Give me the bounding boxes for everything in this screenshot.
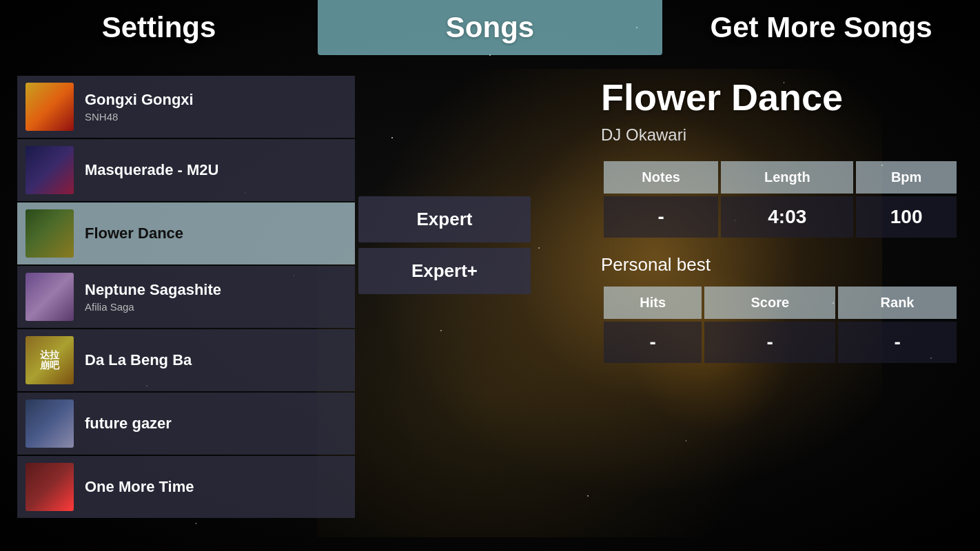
detail-song-title: Flower Dance	[601, 76, 959, 118]
list-item[interactable]: Gongxi Gongxi SNH48	[17, 76, 355, 138]
pb-header-score: Score	[704, 287, 835, 319]
stats-header-notes: Notes	[604, 161, 718, 194]
stats-table: Notes Length Bpm - 4:03 100	[601, 158, 959, 240]
stats-value-length: 4:03	[721, 196, 853, 238]
song-info: Da La Beng Ba	[85, 351, 192, 369]
song-thumbnail	[25, 273, 74, 321]
settings-nav[interactable]: Settings	[0, 0, 318, 55]
detail-artist: DJ Okawari	[601, 125, 959, 145]
song-title: One More Time	[85, 478, 194, 496]
song-thumbnail	[25, 146, 74, 194]
song-title: Flower Dance	[85, 225, 183, 242]
stats-value-bpm: 100	[856, 196, 957, 238]
song-thumbnail	[25, 399, 74, 448]
list-item[interactable]: Masquerade - M2U	[17, 139, 355, 201]
difficulty-panel: Expert Expert+	[358, 196, 531, 294]
settings-label: Settings	[102, 11, 216, 44]
list-item[interactable]: One More Time	[17, 456, 355, 518]
songs-nav[interactable]: Songs	[318, 0, 662, 55]
song-title: Gongxi Gongxi	[85, 91, 194, 109]
song-title: Neptune Sagashite	[85, 281, 221, 299]
song-thumbnail	[25, 209, 74, 258]
song-info: Neptune Sagashite Afilia Saga	[85, 281, 221, 313]
song-thumbnail	[25, 463, 74, 511]
stats-header-length: Length	[721, 161, 853, 194]
pb-value-rank: -	[838, 322, 957, 363]
detail-panel: Flower Dance DJ Okawari Notes Length Bpm…	[601, 76, 959, 366]
list-item[interactable]: 达拉崩吧 Da La Beng Ba	[17, 329, 355, 391]
list-item[interactable]: future gazer	[17, 393, 355, 455]
pb-header-hits: Hits	[604, 287, 702, 319]
expert-button[interactable]: Expert	[358, 196, 531, 242]
song-info: Masquerade - M2U	[85, 161, 218, 179]
song-info: future gazer	[85, 415, 172, 433]
pb-value-score: -	[704, 322, 835, 363]
song-info: One More Time	[85, 478, 194, 496]
expert-plus-button[interactable]: Expert+	[358, 248, 531, 294]
song-title: future gazer	[85, 415, 172, 433]
pb-value-hits: -	[604, 322, 702, 363]
songs-label: Songs	[446, 11, 534, 44]
song-title: Da La Beng Ba	[85, 351, 192, 369]
list-item-active[interactable]: Flower Dance	[17, 202, 355, 264]
stats-header-bpm: Bpm	[856, 161, 957, 194]
personal-best-label: Personal best	[601, 254, 959, 276]
get-more-nav[interactable]: Get More Songs	[662, 0, 980, 55]
song-info: Flower Dance	[85, 225, 183, 242]
song-artist: SNH48	[85, 111, 194, 123]
topbar: Settings Songs Get More Songs	[0, 0, 980, 55]
stats-value-notes: -	[604, 196, 718, 238]
personal-best-table: Hits Score Rank - - -	[601, 284, 959, 366]
song-info: Gongxi Gongxi SNH48	[85, 91, 194, 123]
song-thumbnail: 达拉崩吧	[25, 336, 74, 384]
list-item[interactable]: Neptune Sagashite Afilia Saga	[17, 266, 355, 328]
song-artist: Afilia Saga	[85, 301, 221, 313]
song-thumbnail	[25, 83, 74, 131]
song-list: Gongxi Gongxi SNH48 Masquerade - M2U Flo…	[17, 76, 355, 519]
pb-header-rank: Rank	[838, 287, 957, 319]
song-title: Masquerade - M2U	[85, 161, 218, 179]
get-more-label: Get More Songs	[710, 11, 932, 44]
